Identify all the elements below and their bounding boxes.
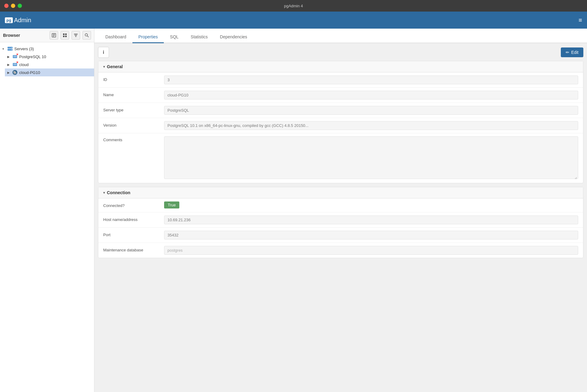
version-label: Version	[103, 121, 164, 128]
tab-sql[interactable]: SQL	[164, 31, 185, 43]
tab-dashboard[interactable]: Dashboard	[99, 31, 132, 43]
maintenance-db-label: Maintenance database	[103, 246, 164, 252]
tree-item-servers[interactable]: ▾ Servers (3)	[0, 45, 94, 53]
svg-rect-10	[75, 36, 76, 37]
servers-label: Servers (3)	[14, 47, 34, 51]
title-bar: pgAdmin 4	[0, 0, 587, 12]
connection-section-title: Connection	[107, 190, 130, 195]
filter-icon[interactable]	[72, 31, 80, 40]
pencil-icon: ✏	[566, 50, 569, 55]
field-port: Port 35432	[98, 228, 583, 243]
server-postgresql10-icon: ✕	[12, 54, 18, 59]
connection-chevron-icon: ▾	[103, 191, 105, 195]
tree-item-cloud[interactable]: ▶ ✕ cloud	[5, 61, 94, 68]
svg-rect-8	[74, 34, 78, 34]
hamburger-menu[interactable]: ≡	[578, 17, 582, 24]
id-value: 3	[164, 75, 578, 84]
chevron-postgresql10: ▶	[7, 55, 12, 58]
servers-icon	[7, 46, 13, 51]
field-server-type: Server type PostgreSQL	[98, 103, 583, 118]
server-cloudpg10-icon: 🐘	[12, 70, 18, 75]
tree-item-cloud-pg10[interactable]: ▶ 🐘 cloud-PG10	[5, 68, 94, 76]
tab-dependencies[interactable]: Dependencies	[214, 31, 253, 43]
server-type-value: PostgreSQL	[164, 106, 578, 115]
cloud-pg10-label: cloud-PG10	[19, 70, 40, 75]
port-value: 35432	[164, 231, 578, 240]
field-version: Version PostgreSQL 10.1 on x86_64-pc-lin…	[98, 118, 583, 133]
port-label: Port	[103, 231, 164, 237]
edit-button[interactable]: ✏ Edit	[561, 47, 583, 57]
browser-header: Browser	[0, 29, 94, 42]
name-value: cloud-PG10	[164, 91, 578, 100]
connection-section-header: ▾ Connection	[98, 187, 583, 198]
maximize-button[interactable]	[18, 4, 22, 8]
general-section-title: General	[107, 64, 123, 69]
comments-label: Comments	[103, 136, 164, 142]
connected-badge: True	[164, 201, 179, 208]
svg-point-11	[85, 34, 88, 36]
edit-label: Edit	[571, 50, 578, 55]
svg-text:🐘: 🐘	[13, 71, 17, 75]
grid-icon[interactable]	[61, 31, 69, 40]
hostname-label: Host name/address	[103, 215, 164, 222]
window-controls	[4, 4, 22, 8]
version-value: PostgreSQL 10.1 on x86_64-pc-linux-gnu, …	[164, 121, 578, 130]
postgresql10-label: PostgreSQL 10	[19, 54, 46, 59]
svg-rect-9	[75, 35, 77, 36]
connected-label: Connected?	[103, 201, 164, 208]
tab-statistics[interactable]: Statistics	[185, 31, 214, 43]
close-button[interactable]	[4, 4, 9, 8]
svg-rect-6	[63, 36, 65, 37]
svg-point-16	[11, 50, 12, 50]
object-properties-icon[interactable]	[50, 31, 58, 40]
field-hostname: Host name/address 10.69.21.236	[98, 212, 583, 228]
main-layout: Browser	[0, 29, 587, 392]
connection-section: ▾ Connection Connected? True Host name/a…	[98, 187, 583, 258]
server-cloud-icon: ✕	[12, 62, 18, 67]
svg-point-15	[11, 47, 12, 48]
search-icon[interactable]	[83, 31, 91, 40]
content-area: Dashboard Properties SQL Statistics Depe…	[94, 29, 587, 392]
field-comments: Comments ⊿	[98, 133, 583, 183]
general-chevron-icon: ▾	[103, 65, 105, 69]
tab-bar: Dashboard Properties SQL Statistics Depe…	[94, 29, 587, 43]
properties-panel: i ✏ Edit ▾ General ID 3 Name	[94, 43, 587, 392]
cloud-label: cloud	[19, 62, 29, 67]
info-icon: i	[103, 50, 104, 55]
info-bar: i ✏ Edit	[98, 47, 583, 58]
svg-rect-7	[65, 36, 67, 37]
field-connected: Connected? True	[98, 198, 583, 212]
svg-line-12	[87, 36, 89, 37]
info-button[interactable]: i	[98, 47, 109, 58]
name-label: Name	[103, 91, 164, 97]
chevron-cloud: ▶	[7, 63, 12, 66]
chevron-servers: ▾	[2, 47, 7, 51]
field-maintenance-db: Maintenance database postgres	[98, 243, 583, 258]
field-id: ID 3	[98, 72, 583, 88]
chevron-cloud-pg10: ▶	[7, 71, 12, 74]
server-type-label: Server type	[103, 106, 164, 112]
field-name: Name cloud-PG10	[98, 88, 583, 103]
logo-text: Admin	[14, 17, 31, 24]
logo-box: pg	[5, 17, 13, 23]
logo: pg Admin	[5, 17, 31, 24]
minimize-button[interactable]	[11, 4, 15, 8]
comments-textarea[interactable]	[164, 136, 578, 179]
maintenance-db-value: postgres	[164, 246, 578, 255]
browser-label: Browser	[3, 33, 47, 38]
window-title: pgAdmin 4	[284, 4, 303, 8]
svg-rect-5	[65, 33, 67, 35]
svg-rect-4	[63, 33, 65, 35]
hostname-value: 10.69.21.236	[164, 215, 578, 224]
top-nav: pg Admin ≡	[0, 12, 587, 29]
comments-wrapper: ⊿	[164, 136, 578, 180]
id-label: ID	[103, 75, 164, 82]
tree-item-postgresql10[interactable]: ▶ ✕ PostgreSQL 10	[5, 53, 94, 61]
tab-properties[interactable]: Properties	[132, 31, 164, 43]
general-section: ▾ General ID 3 Name cloud-PG10 Server ty…	[98, 61, 583, 183]
general-section-header: ▾ General	[98, 61, 583, 72]
resize-handle-icon: ⊿	[575, 176, 578, 179]
tree-view: ▾ Servers (3) ▶	[0, 42, 94, 392]
sidebar: Browser	[0, 29, 94, 392]
